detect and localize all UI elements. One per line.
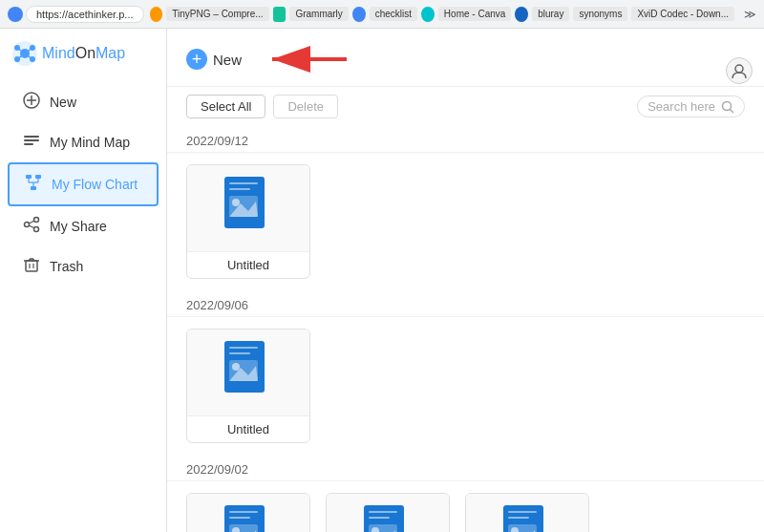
app-logo: MindOnMap [0, 40, 166, 82]
favicon-tiny [150, 7, 163, 22]
favicon-canva [421, 7, 435, 22]
sidebar-item-trash[interactable]: Trash [8, 246, 159, 287]
svg-rect-14 [24, 139, 39, 141]
file-card-icon [187, 165, 309, 251]
svg-rect-60 [369, 517, 390, 519]
document-icon-3c [499, 503, 556, 532]
new-plus-icon: + [186, 49, 207, 70]
logo-on: On [75, 45, 96, 61]
tab-grammarly[interactable]: Grammarly [289, 7, 348, 21]
svg-line-39 [731, 109, 734, 113]
sidebar-item-new[interactable]: New [8, 82, 159, 122]
sidebar-label-flow-chart: My Flow Chart [52, 177, 138, 192]
svg-rect-48 [229, 352, 250, 354]
svg-line-26 [29, 221, 33, 223]
sidebar-item-my-mind-map[interactable]: My Mind Map [8, 122, 159, 162]
header-topbar [726, 57, 753, 84]
favicon-grammarly [273, 7, 286, 22]
app-container: MindOnMap New My Mind Map [0, 29, 764, 532]
red-arrow [261, 42, 356, 76]
toolbar-row: Select All Delete Search here [167, 87, 764, 126]
svg-rect-47 [229, 347, 258, 349]
file-card-icon [466, 494, 588, 532]
svg-rect-59 [369, 511, 397, 513]
svg-point-24 [25, 223, 30, 227]
url-bar[interactable]: https://acethinker.p... [26, 6, 144, 23]
svg-rect-42 [229, 188, 250, 190]
logo-mind: Mind [42, 45, 75, 61]
plus-icon [23, 92, 40, 113]
document-icon-3b [359, 503, 416, 532]
top-action-bar: + New [167, 29, 764, 87]
select-all-button[interactable]: Select All [186, 95, 265, 118]
file-card[interactable] [326, 493, 450, 532]
delete-button[interactable]: Delete [273, 95, 338, 118]
sidebar-label-trash: Trash [50, 259, 83, 274]
search-placeholder: Search here [647, 99, 715, 114]
files-grid-2: Untitled [167, 317, 764, 455]
toolbar-left: Select All Delete [186, 95, 338, 118]
user-avatar[interactable] [726, 57, 753, 84]
svg-rect-17 [35, 175, 41, 179]
svg-point-50 [232, 363, 240, 371]
trash-icon [23, 256, 40, 277]
browser-chrome: https://acethinker.p... TinyPNG – Compre… [0, 0, 764, 29]
file-name-1: Untitled [187, 251, 309, 278]
flow-chart-icon [25, 174, 42, 195]
favicon-bluray [515, 7, 528, 22]
svg-rect-53 [229, 511, 258, 513]
share-icon [23, 216, 40, 237]
favicon-checklist [352, 7, 366, 22]
favicon-1 [8, 7, 23, 22]
files-grid-1: Untitled [167, 153, 764, 290]
files-grid-3 [167, 481, 764, 532]
new-button[interactable]: + New [186, 49, 242, 70]
tab-checklist[interactable]: checklist [370, 7, 417, 21]
file-name-2: Untitled [187, 415, 309, 442]
date-section-2: 2022/09/06 [167, 290, 764, 317]
svg-point-38 [723, 101, 732, 110]
main-content: + New Select All Delete [167, 29, 764, 532]
document-icon [220, 175, 277, 242]
more-tabs-button[interactable]: ≫ [744, 8, 756, 21]
svg-line-27 [29, 225, 33, 228]
file-card-icon [187, 494, 309, 532]
sidebar-label-share: My Share [50, 219, 107, 234]
svg-point-23 [34, 218, 39, 223]
svg-rect-66 [508, 517, 529, 519]
logo-text: MindOnMap [42, 45, 125, 62]
sidebar-label-new: New [50, 95, 76, 110]
file-card[interactable] [186, 493, 310, 532]
sidebar-item-my-share[interactable]: My Share [8, 206, 159, 246]
sidebar: MindOnMap New My Mind Map [0, 29, 167, 532]
logo-icon [11, 40, 38, 67]
svg-rect-65 [508, 511, 537, 513]
file-card-icon [327, 494, 449, 532]
tab-bluray[interactable]: bluray [532, 7, 569, 21]
browser-tabs: TinyPNG – Compre... Grammarly checklist … [150, 7, 734, 22]
tab-synonyms[interactable]: synonyms [573, 7, 627, 21]
tab-xvid[interactable]: XviD Codec - Down... [631, 7, 734, 21]
new-button-label: New [213, 52, 242, 68]
file-card-icon [187, 330, 309, 415]
svg-rect-15 [24, 143, 33, 145]
svg-rect-16 [26, 175, 32, 179]
file-card[interactable]: Untitled [186, 164, 310, 279]
svg-point-44 [232, 199, 240, 206]
mind-map-icon [23, 132, 40, 153]
tab-tinypng[interactable]: TinyPNG – Compre... [166, 7, 268, 21]
file-card[interactable]: Untitled [186, 329, 310, 443]
search-icon [721, 100, 734, 114]
date-section-3: 2022/09/02 [167, 455, 764, 481]
search-box[interactable]: Search here [637, 96, 745, 117]
svg-rect-28 [26, 261, 37, 271]
document-icon-2 [220, 339, 277, 406]
tab-canva[interactable]: Home - Canva [438, 7, 511, 21]
svg-rect-13 [24, 136, 39, 138]
file-card[interactable] [465, 493, 589, 532]
svg-rect-18 [31, 186, 36, 190]
document-icon-3a [220, 503, 277, 532]
sidebar-item-my-flow-chart[interactable]: My Flow Chart [8, 162, 159, 206]
svg-point-25 [34, 227, 39, 232]
svg-rect-41 [229, 182, 258, 184]
